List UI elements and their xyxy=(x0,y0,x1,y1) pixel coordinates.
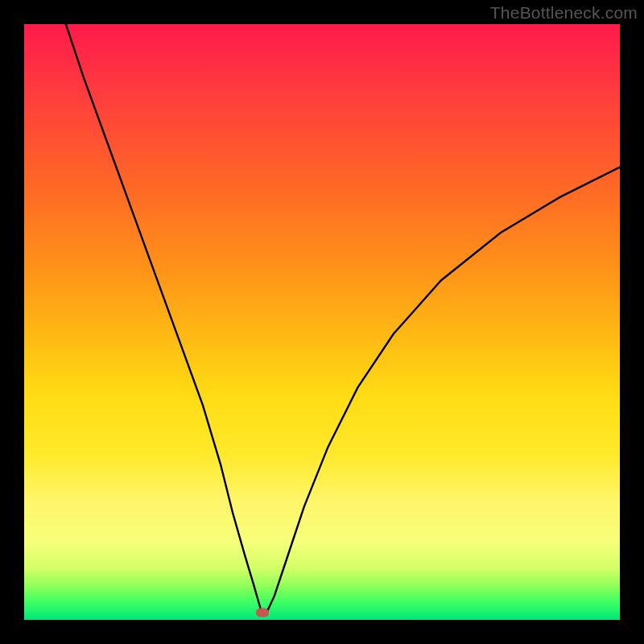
watermark-text: TheBottleneck.com xyxy=(490,3,638,23)
chart-frame: TheBottleneck.com xyxy=(0,0,644,644)
optimum-marker xyxy=(256,609,269,617)
curve-right-path xyxy=(266,167,620,616)
curve-left-path xyxy=(66,24,262,615)
bottleneck-curve xyxy=(24,24,620,620)
plot-area xyxy=(24,24,620,620)
